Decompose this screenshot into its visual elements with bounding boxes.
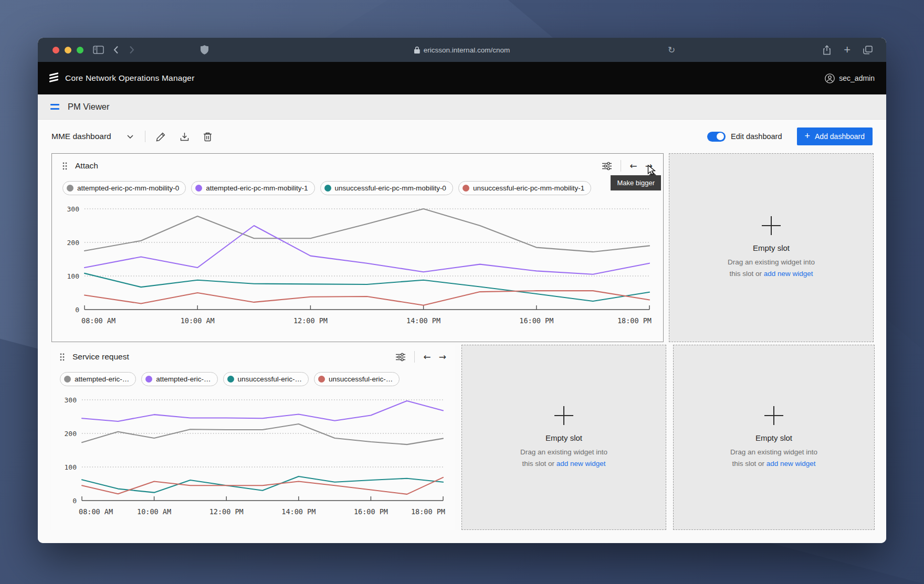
sidebar-toggle-icon[interactable] <box>93 46 104 54</box>
reload-button[interactable]: ↻ <box>668 38 675 62</box>
add-new-widget-link[interactable]: add new widget <box>766 460 816 468</box>
series-color-dot <box>145 376 152 383</box>
dashboard-content: MME dashboard <box>38 120 886 543</box>
export-dashboard-icon[interactable] <box>180 132 190 142</box>
series-color-dot <box>324 185 331 192</box>
plus-icon: + <box>805 131 811 141</box>
username: sec_admin <box>839 74 875 82</box>
series-color-dot <box>318 376 325 383</box>
add-new-widget-link[interactable]: add new widget <box>556 460 606 468</box>
series-color-dot <box>67 185 74 192</box>
reload-icon: ↻ <box>668 45 675 56</box>
svg-text:12:00 PM: 12:00 PM <box>209 507 244 516</box>
svg-text:300: 300 <box>67 205 79 213</box>
page-title: PM Viewer <box>68 102 109 112</box>
divider <box>621 160 621 172</box>
svg-text:200: 200 <box>65 430 77 438</box>
empty-slot-title: Empty slot <box>755 433 792 442</box>
drag-handle-icon[interactable] <box>62 162 67 170</box>
edit-dashboard-icon[interactable] <box>156 132 166 142</box>
svg-text:16:00 PM: 16:00 PM <box>519 316 553 325</box>
svg-text:200: 200 <box>67 239 79 247</box>
svg-text:100: 100 <box>67 272 79 280</box>
app-title: Core Network Operations Manager <box>65 73 195 83</box>
legend-chip[interactable]: unsuccessful-eric-… <box>223 372 309 386</box>
widget-service-request: Service request ← → <box>51 345 455 530</box>
new-tab-plus-icon[interactable]: + <box>844 44 850 56</box>
add-new-widget-link[interactable]: add new widget <box>764 270 813 278</box>
svg-text:0: 0 <box>75 306 79 314</box>
forward-button[interactable] <box>129 46 134 54</box>
add-widget-plus-icon <box>554 406 573 425</box>
tooltip-make-bigger: Make bigger <box>611 175 661 190</box>
widget-settings-icon[interactable] <box>396 353 405 362</box>
svg-text:18:00 PM: 18:00 PM <box>411 507 445 516</box>
share-icon[interactable] <box>823 45 831 55</box>
svg-text:12:00 PM: 12:00 PM <box>293 316 328 325</box>
browser-window: ericsson.internal.com/cnom ↻ + Core Netw… <box>38 38 886 543</box>
series-color-dot <box>64 376 71 383</box>
user-icon <box>825 73 835 83</box>
window-controls <box>52 47 83 54</box>
tab-overview-icon[interactable] <box>863 46 873 55</box>
svg-text:08:00 AM: 08:00 AM <box>81 316 116 325</box>
empty-slot-text: Drag an existing widget into this slot o… <box>730 447 817 469</box>
legend-chip[interactable]: unsuccessful-eric-pc-mm-mobility-1 <box>458 181 591 195</box>
service-request-line-chart: 010020030008:00 AM10:00 AM12:00 PM14:00 … <box>60 392 446 525</box>
address-bar[interactable]: ericsson.internal.com/cnom <box>414 38 510 62</box>
empty-slot-title: Empty slot <box>545 433 582 442</box>
move-widget-left-icon[interactable]: ← <box>630 162 637 171</box>
series-color-dot <box>195 185 202 192</box>
divider <box>145 131 145 142</box>
menu-icon[interactable] <box>50 104 59 110</box>
move-widget-left-icon[interactable]: ← <box>424 353 431 362</box>
svg-text:08:00 AM: 08:00 AM <box>79 507 113 516</box>
legend-chips: attempted-eric-pc-mm-mobility-0 attempte… <box>62 181 653 195</box>
legend-chip[interactable]: attempted-eric-… <box>60 372 136 386</box>
drag-handle-icon[interactable] <box>60 353 65 361</box>
svg-text:14:00 PM: 14:00 PM <box>406 316 440 325</box>
add-widget-plus-icon <box>764 406 783 425</box>
url-text: ericsson.internal.com/cnom <box>424 46 510 54</box>
series-color-dot <box>463 185 469 192</box>
legend-chip[interactable]: attempted-eric-pc-mm-mobility-1 <box>191 181 314 195</box>
page-header-bar: PM Viewer <box>38 94 886 120</box>
edit-dashboard-toggle[interactable] <box>707 132 726 142</box>
svg-text:10:00 AM: 10:00 AM <box>181 316 215 325</box>
chevron-down-icon[interactable] <box>127 135 133 139</box>
back-button[interactable] <box>113 46 119 54</box>
legend-chip[interactable]: attempted-eric-pc-mm-mobility-0 <box>62 181 186 195</box>
empty-slot-title: Empty slot <box>753 243 790 252</box>
svg-text:0: 0 <box>72 497 77 505</box>
widget-title: Service request <box>72 352 129 362</box>
user-menu[interactable]: sec_admin <box>825 73 875 83</box>
browser-titlebar: ericsson.internal.com/cnom ↻ + <box>38 38 886 62</box>
zoom-button[interactable] <box>77 47 83 54</box>
empty-slot[interactable]: Empty slot Drag an existing widget into … <box>461 345 666 530</box>
dashboard-select[interactable]: MME dashboard <box>51 132 111 141</box>
empty-slot[interactable]: Empty slot Drag an existing widget into … <box>673 345 875 530</box>
edit-dashboard-toggle-label: Edit dashboard <box>731 132 782 141</box>
widget-settings-icon[interactable] <box>602 162 612 171</box>
svg-text:14:00 PM: 14:00 PM <box>281 507 316 516</box>
svg-text:16:00 PM: 16:00 PM <box>354 507 388 516</box>
empty-slot[interactable]: Empty slot Drag an existing widget into … <box>669 153 874 342</box>
add-widget-plus-icon <box>762 216 781 235</box>
close-button[interactable] <box>52 47 59 54</box>
divider <box>414 351 415 363</box>
add-dashboard-button[interactable]: + Add dashboard <box>797 128 873 145</box>
legend-chip[interactable]: unsuccessful-eric-pc-mm-mobility-0 <box>320 181 453 195</box>
legend-chip[interactable]: unsuccessful-eric-… <box>314 372 400 386</box>
minimize-button[interactable] <box>65 47 71 54</box>
move-widget-right-icon[interactable]: → <box>439 353 446 362</box>
delete-dashboard-icon[interactable] <box>203 132 212 142</box>
svg-text:10:00 AM: 10:00 AM <box>137 507 171 516</box>
svg-text:18:00 PM: 18:00 PM <box>617 316 652 325</box>
empty-slot-text: Drag an existing widget into this slot o… <box>520 447 607 469</box>
svg-text:300: 300 <box>65 396 77 404</box>
app-header: Core Network Operations Manager sec_admi… <box>38 62 886 94</box>
lock-icon <box>414 46 420 54</box>
legend-chip[interactable]: attempted-eric-… <box>141 372 217 386</box>
ericsson-logo-icon <box>49 72 58 82</box>
series-color-dot <box>227 376 234 383</box>
